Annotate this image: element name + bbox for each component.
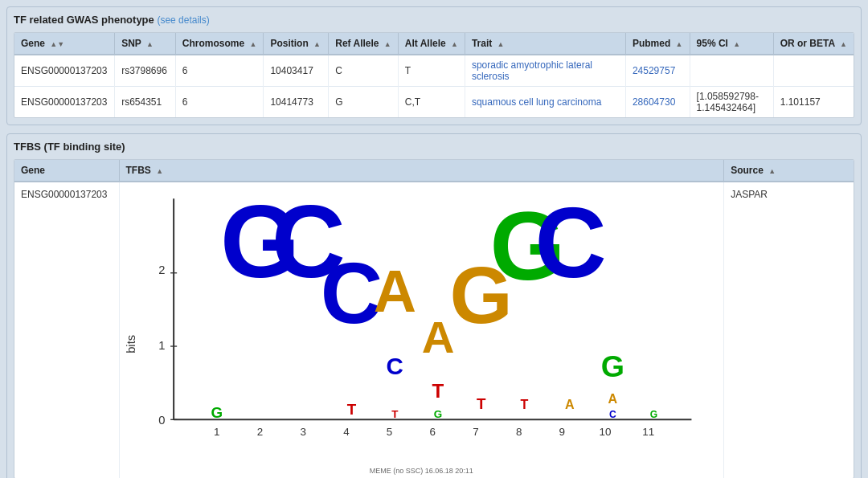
col-gene[interactable]: Gene ▲▼ — [14, 33, 115, 55]
sort-icon-ref-allele: ▲ — [384, 40, 391, 48]
svg-text:5: 5 — [386, 426, 391, 438]
svg-text:A: A — [564, 397, 574, 411]
gwas-table-header-row: Gene ▲▼ SNP ▲ Chromosome ▲ Position ▲ Re… — [14, 33, 854, 55]
gwas-cell-3: 10403417 — [264, 55, 329, 87]
svg-text:10: 10 — [599, 426, 611, 438]
gwas-cell-8 — [690, 55, 773, 87]
svg-text:T: T — [391, 408, 399, 420]
gwas-cell-1: rs654351 — [115, 87, 176, 118]
svg-text:1: 1 — [214, 426, 219, 438]
col-pubmed[interactable]: Pubmed ▲ — [625, 33, 690, 55]
sort-icon-chromosome: ▲ — [250, 40, 257, 48]
svg-text:A: A — [373, 258, 416, 325]
svg-text:G: G — [433, 408, 441, 420]
sort-icon-source: ▲ — [768, 167, 776, 175]
tfbs-section: TFBS (TF binding site) Gene TFBS ▲ Sourc… — [6, 133, 862, 478]
svg-text:T: T — [520, 397, 528, 411]
tfbs-table: Gene TFBS ▲ Source ▲ ENSG00000137203 — [14, 160, 854, 478]
svg-text:C: C — [386, 353, 403, 379]
col-position[interactable]: Position ▲ — [264, 33, 329, 55]
svg-text:T: T — [432, 380, 444, 402]
svg-text:C: C — [534, 187, 606, 298]
tfbs-gene-cell: ENSG00000137203 — [14, 182, 119, 478]
svg-text:G: G — [649, 409, 657, 420]
gwas-cell-4: G — [329, 87, 399, 118]
table-row: ENSG00000137203 0 1 2 — [14, 182, 854, 478]
sort-icon-position: ▲ — [313, 40, 321, 48]
gwas-cell-6[interactable]: squamous cell lung carcinoma — [465, 87, 625, 118]
tfbs-table-wrapper: Gene TFBS ▲ Source ▲ ENSG00000137203 — [14, 159, 854, 478]
table-row: ENSG00000137203rs654351610414773GC,Tsqua… — [14, 87, 854, 118]
col-tfbs-gene: Gene — [14, 160, 119, 182]
svg-text:A: A — [608, 391, 617, 406]
sort-icon-ci: ▲ — [733, 40, 740, 48]
svg-text:G: G — [600, 349, 624, 383]
gwas-table: Gene ▲▼ SNP ▲ Chromosome ▲ Position ▲ Re… — [14, 33, 854, 117]
gwas-table-wrapper: Gene ▲▼ SNP ▲ Chromosome ▲ Position ▲ Re… — [14, 32, 854, 118]
svg-text:11: 11 — [642, 426, 654, 438]
meme-footer: MEME (no SSC) 16.06.18 20:11 — [120, 465, 724, 478]
gwas-cell-2: 6 — [175, 87, 264, 118]
svg-text:1: 1 — [158, 339, 165, 352]
col-trait[interactable]: Trait ▲ — [465, 33, 625, 55]
gwas-cell-9 — [773, 55, 854, 87]
gwas-section-title: TF related GWAS phenotype (see details) — [14, 14, 854, 26]
gwas-cell-7[interactable]: 24529757 — [625, 55, 690, 87]
gwas-cell-0: ENSG00000137203 — [14, 87, 115, 118]
svg-text:7: 7 — [473, 426, 478, 438]
svg-text:6: 6 — [429, 426, 435, 438]
svg-text:bits: bits — [124, 335, 137, 353]
gwas-cell-5: T — [398, 55, 465, 87]
svg-text:2: 2 — [158, 264, 165, 276]
svg-text:8: 8 — [515, 426, 521, 438]
sort-icon-snp: ▲ — [146, 40, 154, 48]
sort-icon-trait: ▲ — [497, 40, 505, 48]
gwas-cell-1: rs3798696 — [115, 55, 176, 87]
gwas-cell-2: 6 — [175, 55, 264, 87]
see-details-link[interactable]: (see details) — [157, 14, 209, 26]
col-alt-allele[interactable]: Alt Allele ▲ — [398, 33, 465, 55]
col-chromosome[interactable]: Chromosome ▲ — [175, 33, 264, 55]
gwas-cell-6[interactable]: sporadic amyotrophic lateral sclerosis — [465, 55, 625, 87]
svg-text:4: 4 — [343, 426, 350, 438]
sort-icon-pubmed: ▲ — [676, 40, 683, 48]
sort-icon-or-beta: ▲ — [840, 40, 847, 48]
sequence-logo-svg: 0 1 2 bits 1 2 3 — [120, 182, 724, 463]
svg-text:T: T — [346, 401, 356, 418]
svg-text:3: 3 — [300, 426, 305, 438]
svg-text:C: C — [609, 409, 616, 420]
svg-text:0: 0 — [158, 414, 165, 427]
col-ref-allele[interactable]: Ref Allele ▲ — [329, 33, 399, 55]
col-ci[interactable]: 95% CI ▲ — [690, 33, 773, 55]
gwas-cell-9: 1.101157 — [773, 87, 854, 118]
tfbs-table-header-row: Gene TFBS ▲ Source ▲ — [14, 160, 854, 182]
svg-text:T: T — [476, 395, 485, 412]
col-tfbs-source[interactable]: Source ▲ — [724, 160, 854, 182]
tfbs-section-title: TFBS (TF binding site) — [14, 141, 854, 153]
col-tfbs-logo[interactable]: TFBS ▲ — [119, 160, 724, 182]
gwas-cell-7[interactable]: 28604730 — [625, 87, 690, 118]
table-row: ENSG00000137203rs3798696610403417CTspora… — [14, 55, 854, 87]
gwas-cell-5: C,T — [398, 87, 465, 118]
svg-text:2: 2 — [256, 426, 262, 438]
gwas-cell-0: ENSG00000137203 — [14, 55, 115, 87]
tfbs-logo-cell: 0 1 2 bits 1 2 3 — [119, 182, 724, 478]
tfbs-source-cell: JASPAR — [724, 182, 854, 478]
gwas-cell-8: [1.058592798-1.145432464] — [690, 87, 773, 118]
gwas-cell-4: C — [329, 55, 399, 87]
svg-text:9: 9 — [559, 426, 564, 438]
sort-icon-tfbs: ▲ — [156, 167, 163, 175]
gwas-cell-3: 10414773 — [264, 87, 329, 118]
gwas-section: TF related GWAS phenotype (see details) … — [6, 6, 862, 125]
sort-icon-gene: ▲▼ — [50, 40, 64, 48]
col-or-beta[interactable]: OR or BETA ▲ — [773, 33, 854, 55]
sort-icon-alt-allele: ▲ — [451, 40, 458, 48]
col-snp[interactable]: SNP ▲ — [115, 33, 176, 55]
svg-text:G: G — [211, 404, 223, 421]
